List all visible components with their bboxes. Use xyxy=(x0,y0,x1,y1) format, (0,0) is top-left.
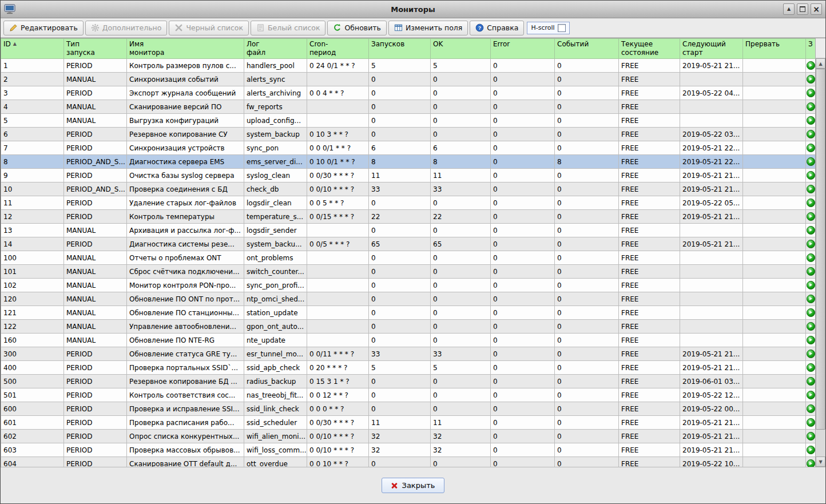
scrollbar-thumb[interactable] xyxy=(816,69,825,430)
run-monitor-button[interactable] xyxy=(807,212,815,221)
table-row[interactable]: 121MANUALОбновление ПО станционны...stat… xyxy=(1,306,816,320)
run-monitor-button[interactable] xyxy=(807,404,815,413)
run-monitor-button[interactable] xyxy=(807,377,815,386)
table-row[interactable]: 501PERIODКонтроль соответствия сос...nas… xyxy=(1,388,816,402)
run-monitor-button[interactable] xyxy=(807,240,815,248)
run-monitor-button[interactable] xyxy=(807,267,815,276)
run-monitor-button[interactable] xyxy=(807,144,815,152)
column-header-events[interactable]: Событий xyxy=(555,39,619,59)
column-header-launch_type[interactable]: Тип запуска xyxy=(64,39,127,59)
window-title: Мониторы xyxy=(1,5,825,14)
maximize-button[interactable] xyxy=(797,3,808,15)
table-row[interactable]: 604PERIODСканирование OTT default д...ot… xyxy=(1,457,816,467)
column-header-launches[interactable]: Запусков xyxy=(369,39,431,59)
table-row[interactable]: 14PERIODДиагностика системы резе...syste… xyxy=(1,237,816,251)
table-row[interactable]: 11PERIODУдаление старых лог-файловlogsdi… xyxy=(1,196,816,210)
table-row[interactable]: 3PERIODЭкспорт журнала сообщенийalerts_a… xyxy=(1,86,816,100)
table-row[interactable]: 6PERIODРезервное копирование СУsystem_ba… xyxy=(1,128,816,141)
cell-launch_type: PERIOD xyxy=(64,86,127,100)
table-row[interactable]: 601PERIODПроверка расписания рабо...ssid… xyxy=(1,416,816,430)
run-monitor-button[interactable] xyxy=(807,295,815,303)
table-row[interactable]: 12PERIODКонтроль температурыtemperature_… xyxy=(1,210,816,224)
close-dialog-button[interactable]: Закрыть xyxy=(382,478,445,493)
cell-events: 0 xyxy=(555,334,619,347)
table-row[interactable]: 2MANUALСинхронизация событийalerts_sync0… xyxy=(1,73,816,86)
table-row[interactable]: 603PERIODПроверка массовых обрывов...wif… xyxy=(1,443,816,457)
run-monitor-button[interactable] xyxy=(807,226,815,235)
column-header-id[interactable]: ID▲ xyxy=(1,39,64,59)
scroll-down-button[interactable]: ▼ xyxy=(816,457,825,467)
table-row[interactable]: 8PERIOD_AND_S...Диагностика сервера EMSe… xyxy=(1,155,816,169)
run-monitor-button[interactable] xyxy=(807,336,815,344)
hscroll-toggle[interactable]: H-scroll xyxy=(527,22,569,34)
cell-launches: 0 xyxy=(369,251,431,265)
run-monitor-button[interactable] xyxy=(807,446,815,454)
table-row[interactable]: 102MANUALМонитор контроля PON-про...sync… xyxy=(1,279,816,292)
table-row[interactable]: 602PERIODОпрос списка конкурентных...wif… xyxy=(1,430,816,443)
table-row[interactable]: 13MANUALАрхивация и рассылка лог-ф...log… xyxy=(1,224,816,237)
table-row[interactable]: 120MANUALОбновление ПО ONT по прот...ntp… xyxy=(1,292,816,306)
hscroll-checkbox[interactable] xyxy=(558,24,566,32)
run-monitor-button[interactable] xyxy=(807,157,815,166)
table-row[interactable]: 122MANUALУправление автообновлени...gpon… xyxy=(1,320,816,334)
scrollbar-track[interactable] xyxy=(816,69,825,457)
edit-fields-button[interactable]: Изменить поля xyxy=(388,21,468,35)
column-header-current_state[interactable]: Текущее состояние xyxy=(619,39,680,59)
cell-interrupt xyxy=(743,73,806,86)
edit-button[interactable]: Редактировать xyxy=(3,21,84,35)
column-header-interrupt[interactable]: Прервать xyxy=(743,39,806,59)
table-row[interactable]: 5MANUALВыгрузка конфигурацийupload_confi… xyxy=(1,114,816,128)
run-monitor-button[interactable] xyxy=(807,432,815,440)
run-monitor-button[interactable] xyxy=(807,75,815,84)
run-monitor-button[interactable] xyxy=(807,391,815,399)
rollup-button[interactable]: ▲ xyxy=(783,3,795,15)
run-monitor-button[interactable] xyxy=(807,116,815,125)
column-header-run[interactable]: З xyxy=(806,39,816,59)
table-row[interactable]: 1PERIODКонтроль размеров пулов с...handl… xyxy=(1,59,816,73)
run-monitor-button[interactable] xyxy=(807,61,815,70)
help-button[interactable]: ?Справка xyxy=(470,21,524,35)
table-row[interactable]: 500PERIODРезервное копирование БД ...rad… xyxy=(1,375,816,388)
run-monitor-button[interactable] xyxy=(807,89,815,97)
table-row[interactable]: 160MANUALОбновление ПО NTE-RGnte_update0… xyxy=(1,334,816,347)
table-row[interactable]: 4MANUALСканирование версий ПОfw_reports0… xyxy=(1,100,816,114)
close-window-button[interactable]: × xyxy=(811,3,822,15)
titlebar[interactable]: Мониторы ▲ × xyxy=(1,1,825,18)
column-header-log_file[interactable]: Лог файл xyxy=(244,39,307,59)
table-row[interactable]: 7PERIODСинхронизация устройствsync_pon0 … xyxy=(1,141,816,155)
cell-next_start xyxy=(680,114,743,128)
column-header-monitor_name[interactable]: Имя монитора xyxy=(127,39,244,59)
run-monitor-button[interactable] xyxy=(807,102,815,111)
refresh-button[interactable]: Обновить xyxy=(327,21,387,35)
run-monitor-button[interactable] xyxy=(807,418,815,427)
run-monitor-button[interactable] xyxy=(807,281,815,289)
table-row[interactable]: 10PERIOD_AND_S...Проверка соединения с Б… xyxy=(1,182,816,196)
run-monitor-button[interactable] xyxy=(807,253,815,262)
column-header-ok[interactable]: OK xyxy=(431,39,491,59)
cell-next_start: 2019-05-22 12... xyxy=(680,388,743,402)
run-monitor-button[interactable] xyxy=(807,459,815,467)
table-row[interactable]: 300PERIODОбновление статуса GRE ту...esr… xyxy=(1,347,816,361)
table-row[interactable]: 101MANUALСброс счётчика подключени...swi… xyxy=(1,265,816,279)
column-header-next_start[interactable]: Следующий старт xyxy=(680,39,743,59)
cell-launch_type: PERIOD xyxy=(64,59,127,73)
column-header-error[interactable]: Error xyxy=(491,39,555,59)
column-header-cron_period[interactable]: Cron- период xyxy=(307,39,369,59)
run-monitor-button[interactable] xyxy=(807,185,815,193)
run-monitor-button[interactable] xyxy=(807,171,815,180)
table-row[interactable]: 9PERIODОчистка базы syslog сервераsyslog… xyxy=(1,169,816,182)
cell-events: 0 xyxy=(555,128,619,141)
scroll-up-button[interactable]: ▲ xyxy=(816,58,825,69)
run-monitor-button[interactable] xyxy=(807,308,815,317)
run-monitor-button[interactable] xyxy=(807,350,815,358)
table-row[interactable]: 600PERIODПроверка и исправление SSI...ss… xyxy=(1,402,816,416)
run-monitor-button[interactable] xyxy=(807,322,815,331)
run-monitor-button[interactable] xyxy=(807,130,815,138)
cell-log_file: system_backup xyxy=(244,128,307,141)
run-monitor-button[interactable] xyxy=(807,199,815,207)
table-row[interactable]: 100MANUALОтчеты о проблемах ONTont_probl… xyxy=(1,251,816,265)
table-row[interactable]: 400PERIODПроверка портальных SSID`...ssi… xyxy=(1,361,816,375)
vertical-scrollbar[interactable]: ▲ ▼ xyxy=(815,38,825,467)
cell-interrupt xyxy=(743,320,806,334)
run-monitor-button[interactable] xyxy=(807,363,815,372)
